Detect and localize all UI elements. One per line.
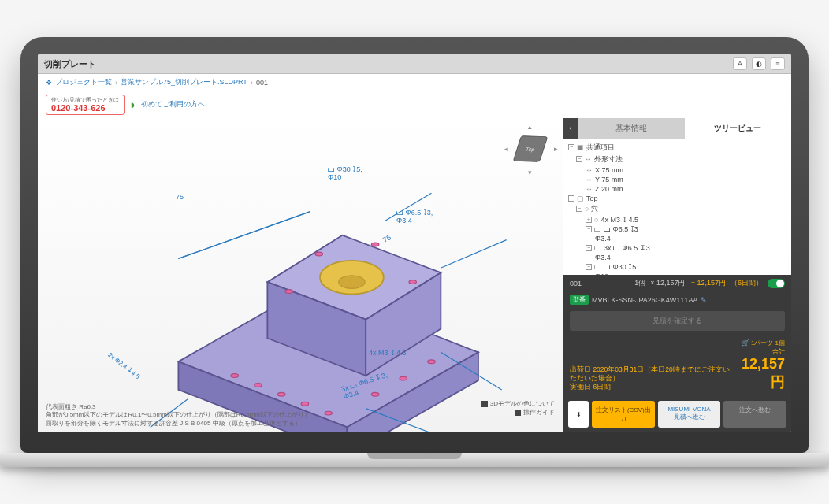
part-drawing	[38, 118, 563, 432]
tree-leaf[interactable]: X 75 mm	[595, 166, 623, 174]
page-title: 切削プレート	[44, 58, 728, 70]
phone-label: 使い方/見積で困ったときは	[51, 97, 119, 103]
order-days: （6日間）	[730, 278, 763, 288]
confirm-quote-button[interactable]: 見積を確定する	[570, 311, 785, 331]
collapse-icon[interactable]: −	[568, 144, 574, 150]
dimension-icon: ↔	[585, 155, 592, 163]
shield-icon: ◗	[131, 101, 135, 109]
hole-icon: ○	[594, 216, 598, 224]
svg-point-8	[231, 373, 239, 377]
link-3d-colors[interactable]: 3Dモデルの色について	[481, 399, 555, 408]
font-size-button[interactable]: A	[733, 57, 747, 70]
order-summary: 001 1個 × 12,157円 ＝12,157円 （6日間） 型番 MVBLK…	[563, 275, 791, 334]
part-number: MVBLK-SSN-JPA26GK4W111AA	[592, 296, 697, 304]
collapse-panel-button[interactable]: ‹	[563, 118, 578, 139]
separator-icon: ›	[251, 79, 253, 87]
face-icon: ▢	[577, 195, 584, 202]
cart-summary: 🛒 1パーツ 1個	[742, 339, 785, 346]
download-icon[interactable]: ⬇	[568, 401, 589, 428]
dim-label: ⌴ Φ30 ↧5,Φ10	[328, 165, 362, 181]
order-toggle[interactable]	[768, 279, 785, 288]
separator-icon: ›	[115, 79, 117, 87]
crumb-current: 001	[256, 79, 268, 87]
tree-leaf[interactable]: Y 75 mm	[595, 176, 623, 183]
breadcrumb: ❖ プロジェクト一覧 › 営業サンプル75_切削プレート.SLDPRT › 00…	[38, 74, 791, 91]
order-unit-price: × 12,157円	[650, 278, 685, 288]
collapse-icon[interactable]: −	[568, 195, 574, 202]
phone-number: 0120-343-626	[51, 103, 119, 113]
layout-button[interactable]: ≡	[771, 57, 785, 70]
camera-button[interactable]: ◐	[752, 57, 766, 70]
chevron-down-icon[interactable]: ▾	[528, 169, 532, 176]
collapse-icon[interactable]: −	[576, 156, 582, 162]
collapse-icon[interactable]: −	[576, 206, 582, 212]
3d-viewport[interactable]: 75 75 ⌴ Φ30 ↧5,Φ10 ⌴ Φ6.5 ↧3,Φ3.4 4x M3 …	[38, 118, 563, 432]
svg-point-18	[315, 252, 323, 256]
support-phone[interactable]: 使い方/見積で困ったときは 0120-343-626	[46, 94, 125, 115]
tree-leaf[interactable]: 4x M3 ↧4.5	[600, 216, 638, 224]
chevron-left-icon[interactable]: ◂	[504, 145, 508, 153]
expand-icon[interactable]: +	[586, 217, 592, 223]
hole-icon: ○	[585, 205, 589, 213]
collapse-icon[interactable]: −	[586, 226, 592, 232]
tree-leaf[interactable]: Z 20 mm	[595, 185, 623, 193]
link-guide[interactable]: 操作ガイド	[481, 408, 555, 417]
view-cube[interactable]: ▴ ◂ ▸ ▾ Top	[506, 124, 556, 175]
tree-node[interactable]: 外形寸法	[594, 154, 623, 165]
tree-node[interactable]: 穴	[591, 204, 598, 214]
tree-leaf[interactable]: Φ3.4	[595, 254, 611, 261]
tree-leaf[interactable]: Φ3.4	[595, 235, 611, 243]
first-time-link[interactable]: 初めてご利用の方へ	[141, 99, 205, 109]
cbore-icon: ⌴	[594, 244, 601, 252]
export-csv-button[interactable]: 注文リスト(CSV)出力	[592, 401, 655, 428]
svg-point-12	[325, 411, 333, 415]
proceed-order-button[interactable]: 注文へ進む	[723, 401, 786, 428]
view-cube-face[interactable]: Top	[513, 135, 548, 162]
tree-leaf[interactable]: ⌴ Φ30 ↧5	[604, 263, 636, 271]
tab-basic-info[interactable]: 基本情報	[578, 118, 685, 139]
total-amount: 12,157円	[742, 356, 785, 390]
ship-date-value: 2020年03月31日（本日20時までにご注文いただいた場合）	[570, 365, 730, 382]
axis-icon: ↔	[586, 166, 593, 174]
ship-date-label: 出荷日	[570, 365, 591, 373]
footer-notes: 代表面粗さ Ra6.3 角部が0.5mm以下のモデルはR0.1〜0.5mm以下の…	[46, 403, 310, 428]
svg-point-10	[277, 392, 285, 396]
edit-icon[interactable]: ✎	[701, 296, 707, 304]
svg-point-9	[255, 383, 262, 387]
tolerance-note: 角部が0.5mm以下のモデルはR0.1〜0.5mm以下の仕上がり（隅部はR0.5…	[46, 411, 310, 419]
cbore-icon: ⌴	[594, 225, 601, 233]
lead-value: 6日間	[593, 383, 611, 391]
tab-tree-view[interactable]: ツリービュー	[685, 118, 792, 139]
collapse-icon[interactable]: −	[586, 264, 592, 270]
tree-node[interactable]: 共通項目	[586, 143, 615, 153]
dim-label: ⌴ Φ6.5 ↧3,Φ3.4	[396, 209, 433, 224]
part-badge: 型番	[570, 295, 589, 305]
svg-point-13	[371, 392, 379, 396]
tree-node[interactable]: Top	[586, 195, 598, 202]
svg-point-17	[409, 280, 417, 284]
axis-icon: ↔	[586, 176, 593, 183]
axis-icon: ↔	[586, 185, 593, 193]
svg-point-15	[428, 360, 436, 364]
feature-tree[interactable]: −▣共通項目 −↔外形寸法 ↔X 75 mm ↔Y 75 mm ↔Z 20 mm…	[563, 139, 791, 275]
folder-icon: ▣	[577, 143, 584, 151]
crumb-file[interactable]: 営業サンプル75_切削プレート.SLDPRT	[121, 77, 247, 87]
chevron-up-icon[interactable]: ▴	[528, 123, 532, 131]
order-qty: 1個	[634, 278, 645, 288]
tree-leaf[interactable]: ⌴ Φ6.5 ↧3	[604, 225, 638, 233]
vona-quote-button[interactable]: MISUMI-VONA 見積へ進む	[658, 401, 721, 428]
order-line-total: ＝12,157円	[690, 278, 726, 288]
tree-leaf[interactable]: 3x ⌴ Φ6.5 ↧3	[604, 244, 650, 252]
dim-label: 4x M3 ↧4.5	[369, 349, 407, 357]
svg-point-7	[339, 276, 365, 289]
crumb-projects[interactable]: プロジェクト一覧	[55, 77, 112, 87]
order-id: 001	[570, 280, 582, 287]
svg-point-19	[371, 243, 379, 246]
lead-label: 実働日	[570, 383, 591, 391]
total-label: 合計	[772, 348, 785, 355]
svg-point-16	[285, 289, 293, 293]
chevron-right-icon[interactable]: ▸	[554, 145, 558, 153]
collapse-icon[interactable]: −	[586, 245, 592, 251]
home-icon[interactable]: ❖	[46, 79, 52, 87]
shipping-info: 出荷日 2020年03月31日（本日20時までにご注文いただいた場合） 実働日 …	[563, 334, 791, 396]
